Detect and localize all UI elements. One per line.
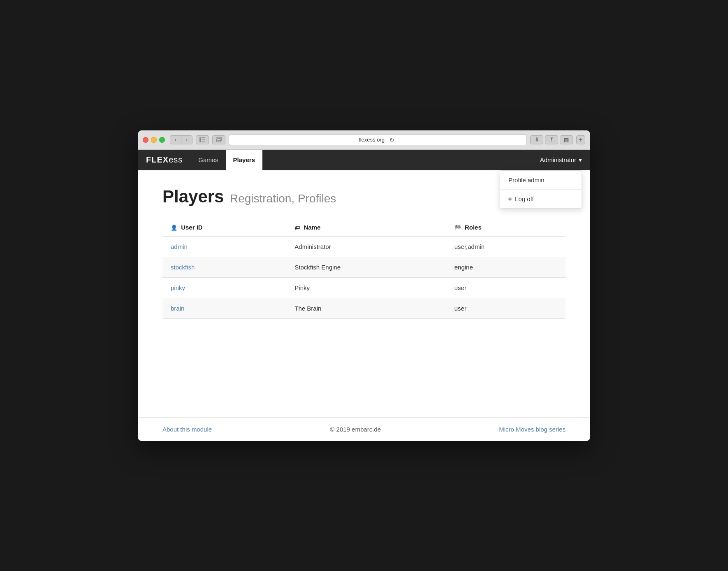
log-off-icon: ⎆	[508, 195, 512, 202]
col-label-userid: User ID	[181, 224, 203, 231]
footer-link-micro-moves[interactable]: Micro Moves blog series	[499, 426, 566, 433]
brand-light: ess	[169, 155, 183, 164]
close-button[interactable]	[143, 137, 148, 143]
user-id-link[interactable]: admin	[171, 243, 188, 250]
svg-rect-2	[202, 139, 205, 140]
user-id-link[interactable]: stockfish	[171, 264, 195, 271]
dropdown-menu: Profile admin ⎆ Log off	[500, 170, 582, 209]
browser-window: ‹ › flexess.org ↻ ⇩ ⤒ ▧ +	[138, 130, 590, 441]
nav-items: Games Players	[191, 150, 262, 170]
col-header-userid: 👤 User ID	[162, 219, 286, 236]
svg-rect-3	[202, 142, 205, 142]
table-row: brainThe Brainuser	[162, 298, 566, 318]
table-cell-roles: user,admin	[446, 236, 566, 257]
table-cell-roles: user	[446, 277, 566, 298]
table-header: 👤 User ID 🏷 Name 🏁 Roles	[162, 219, 566, 236]
admin-dropdown[interactable]: Administrator ▾	[540, 156, 582, 164]
forward-button[interactable]: ›	[181, 135, 192, 144]
url-text: flexess.org	[359, 137, 385, 143]
page-title: Players	[162, 187, 224, 206]
reload-button[interactable]: ↻	[387, 135, 397, 145]
svg-rect-0	[199, 137, 201, 142]
user-id-link[interactable]: brain	[171, 305, 184, 312]
table-header-row: 👤 User ID 🏷 Name 🏁 Roles	[162, 219, 566, 236]
traffic-lights	[143, 137, 165, 143]
table-cell-roles: user	[446, 298, 566, 318]
nav-item-players[interactable]: Players	[226, 150, 262, 170]
admin-label: Administrator	[540, 156, 576, 163]
add-tab-button[interactable]: +	[576, 135, 585, 144]
table-cell-name: Pinky	[286, 277, 446, 298]
table-row: adminAdministratoruser,admin	[162, 236, 566, 257]
table-cell-userid: stockfish	[162, 257, 286, 277]
nav-item-games[interactable]: Games	[191, 150, 225, 170]
table-cell-userid: brain	[162, 298, 286, 318]
table-body: adminAdministratoruser,adminstockfishSto…	[162, 236, 566, 319]
table-cell-name: Administrator	[286, 236, 446, 257]
user-id-link[interactable]: pinky	[171, 284, 185, 291]
dropdown-arrow-icon: ▾	[579, 156, 582, 164]
address-bar[interactable]: flexess.org ↻	[229, 135, 527, 145]
page-subtitle: Registration, Profiles	[230, 192, 336, 205]
flag-icon: 🏁	[454, 225, 461, 231]
app-content: FLEXess Games Players Administrator ▾ Pr…	[138, 150, 590, 441]
minimize-button[interactable]	[151, 137, 157, 143]
sidebar-toggle-button[interactable]	[196, 135, 209, 144]
table-cell-name: Stockfish Engine	[286, 257, 446, 277]
col-label-roles: Roles	[465, 224, 482, 231]
log-off-label: Log off	[515, 195, 534, 202]
table-cell-userid: pinky	[162, 277, 286, 298]
new-tab-grid-button[interactable]: ▧	[560, 135, 573, 144]
profile-admin-label: Profile admin	[508, 176, 545, 183]
dropdown-item-log-off[interactable]: ⎆ Log off	[500, 190, 582, 208]
col-header-name: 🏷 Name	[286, 219, 446, 236]
footer-link-about[interactable]: About this module	[162, 426, 212, 433]
tag-icon: 🏷	[294, 225, 300, 231]
browser-titlebar: ‹ › flexess.org ↻ ⇩ ⤒ ▧ +	[138, 130, 590, 150]
dropdown-item-profile-admin[interactable]: Profile admin	[500, 171, 582, 190]
table-cell-userid: admin	[162, 236, 286, 257]
footer-copyright: © 2019 embarc.de	[330, 426, 381, 433]
brand-bold: FLEX	[146, 155, 169, 164]
nav-button-group: ‹ ›	[170, 135, 192, 144]
svg-rect-1	[202, 137, 205, 138]
maximize-button[interactable]	[159, 137, 165, 143]
user-icon: 👤	[171, 225, 177, 231]
table-row: pinkyPinkyuser	[162, 277, 566, 298]
app-footer: About this module © 2019 embarc.de Micro…	[138, 417, 590, 441]
share-button[interactable]: ⤒	[545, 135, 558, 144]
table-cell-roles: engine	[446, 257, 566, 277]
players-table: 👤 User ID 🏷 Name 🏁 Roles	[162, 219, 566, 319]
table-row: stockfishStockfish Engineengine	[162, 257, 566, 277]
col-header-roles: 🏁 Roles	[446, 219, 566, 236]
tab-view-button[interactable]	[212, 135, 225, 144]
app-nav: FLEXess Games Players Administrator ▾ Pr…	[138, 150, 590, 170]
toolbar-right: ⇩ ⤒ ▧	[530, 135, 573, 144]
back-button[interactable]: ‹	[170, 135, 181, 144]
app-brand: FLEXess	[146, 155, 183, 165]
table-cell-name: The Brain	[286, 298, 446, 318]
svg-rect-5	[217, 139, 221, 142]
col-label-name: Name	[304, 224, 320, 231]
download-button[interactable]: ⇩	[530, 135, 543, 144]
